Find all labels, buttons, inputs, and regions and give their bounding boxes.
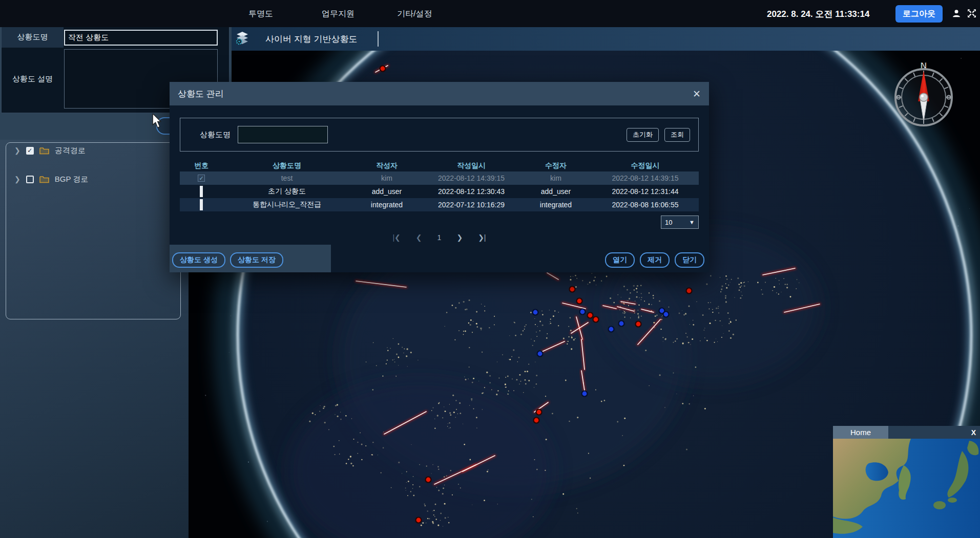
folder-icon bbox=[39, 176, 49, 183]
search-button[interactable]: 조회 bbox=[664, 128, 690, 142]
page-prev-button[interactable]: ❮ bbox=[416, 233, 422, 242]
col-created: 작성일시 bbox=[423, 161, 520, 170]
page-number[interactable]: 1 bbox=[437, 233, 442, 242]
cell-name: 초기 상황도 bbox=[223, 187, 351, 196]
page-next-button[interactable]: ❯ bbox=[456, 233, 463, 242]
cell-name: test bbox=[223, 174, 351, 182]
cell-author: integrated bbox=[351, 201, 423, 209]
checkbox-unchecked-icon[interactable] bbox=[26, 176, 34, 183]
cell-editor: kim bbox=[520, 174, 592, 182]
open-button[interactable]: 열기 bbox=[605, 252, 635, 268]
search-label: 상황도명 bbox=[200, 130, 231, 140]
row-checkbox[interactable] bbox=[200, 186, 203, 197]
row-checkbox[interactable] bbox=[200, 199, 203, 210]
mouse-cursor bbox=[152, 114, 163, 131]
datetime-display: 2022. 8. 24. 오전 11:33:14 bbox=[767, 8, 869, 20]
chevron-right-icon[interactable]: ❯ bbox=[14, 146, 20, 155]
folder-icon bbox=[39, 147, 49, 155]
logout-button[interactable]: 로그아웃 bbox=[895, 5, 943, 23]
nav-item-work-support[interactable]: 업무지원 bbox=[322, 9, 355, 19]
reset-button[interactable]: 초기화 bbox=[627, 128, 659, 142]
minimap-tab[interactable]: Home bbox=[833, 426, 888, 439]
nav-item-etc-settings[interactable]: 기타/설정 bbox=[397, 9, 432, 19]
layers-gear-icon bbox=[235, 31, 250, 47]
top-nav-bar: 투명도 업무지원 기타/설정 2022. 8. 24. 오전 11:33:14 … bbox=[0, 0, 980, 27]
nav-item-transparency[interactable]: 투명도 bbox=[248, 9, 273, 19]
table-row[interactable]: 초기 상황도 add_user 2022-08-12 12:30:43 add_… bbox=[180, 185, 699, 198]
table-row[interactable]: test kim 2022-08-12 14:39:15 kim 2022-08… bbox=[180, 171, 699, 185]
cell-created: 2022-08-12 12:30:43 bbox=[423, 187, 520, 196]
col-modified: 수정일시 bbox=[592, 161, 699, 170]
tree-item-label: 공격경로 bbox=[55, 146, 86, 156]
page-first-button[interactable]: |❮ bbox=[392, 233, 400, 242]
page-size-value: 10 bbox=[665, 219, 672, 226]
divider bbox=[378, 31, 379, 47]
remove-button[interactable]: 제거 bbox=[640, 252, 670, 268]
minimap-close-icon[interactable]: X bbox=[971, 428, 976, 437]
col-name: 상황도명 bbox=[223, 161, 351, 170]
compass-widget[interactable]: N bbox=[888, 59, 960, 134]
row-checkbox-checked[interactable] bbox=[198, 175, 205, 182]
desc-label: 상황도 설명 bbox=[12, 74, 53, 84]
name-label: 상황도명 bbox=[17, 32, 48, 42]
layer-tree-panel bbox=[6, 142, 181, 319]
page-size-select[interactable]: 10 ▼ bbox=[661, 216, 699, 229]
map-mode-title: 사이버 지형 기반상황도 bbox=[265, 33, 357, 45]
desc-label-cell: 상황도 설명 bbox=[2, 49, 64, 109]
cell-editor: integrated bbox=[520, 201, 592, 209]
sub-header-bar: 사이버 지형 기반상황도 bbox=[232, 27, 980, 51]
create-situation-button[interactable]: 상황도 생성 bbox=[172, 252, 225, 268]
fullscreen-icon[interactable] bbox=[967, 9, 976, 20]
checkbox-checked-icon[interactable] bbox=[26, 147, 34, 155]
cell-editor: add_user bbox=[520, 187, 592, 196]
tree-item-bgp-path[interactable]: ❯ BGP 경로 bbox=[14, 173, 88, 185]
cell-created: 2022-08-12 14:39:15 bbox=[423, 174, 520, 182]
user-icon[interactable] bbox=[952, 9, 961, 20]
modal-title: 상황도 관리 bbox=[178, 88, 224, 100]
pagination: |❮ ❮ 1 ❯ ❯| bbox=[180, 233, 699, 242]
overview-minimap[interactable]: Home X bbox=[833, 426, 980, 538]
col-editor: 수정자 bbox=[520, 161, 592, 170]
cell-modified: 2022-08-12 14:39:15 bbox=[592, 174, 699, 182]
search-panel: 상황도명 초기화 조회 bbox=[180, 118, 699, 152]
page-last-button[interactable]: ❯| bbox=[478, 233, 486, 242]
col-author: 작성자 bbox=[351, 161, 423, 170]
cell-modified: 2022-08-12 12:31:44 bbox=[592, 187, 699, 196]
chevron-right-icon[interactable]: ❯ bbox=[14, 175, 20, 183]
table-header-row: 번호 상황도명 작성자 작성일시 수정자 수정일시 bbox=[180, 160, 699, 171]
cell-created: 2022-07-12 10:16:29 bbox=[423, 201, 520, 209]
tree-item-label: BGP 경로 bbox=[55, 175, 89, 184]
situation-table: 번호 상황도명 작성자 작성일시 수정자 수정일시 test kim 2022-… bbox=[180, 160, 699, 211]
situation-name-input[interactable] bbox=[64, 30, 218, 46]
tree-item-attack-path[interactable]: ❯ 공격경로 bbox=[14, 144, 86, 157]
cell-modified: 2022-08-08 16:06:55 bbox=[592, 201, 699, 209]
close-button[interactable]: 닫기 bbox=[675, 252, 704, 268]
table-row[interactable]: 통합시나리오_작전급 integrated 2022-07-12 10:16:2… bbox=[180, 198, 699, 211]
close-icon[interactable]: ✕ bbox=[693, 89, 701, 99]
cell-author: add_user bbox=[351, 187, 423, 196]
situation-management-modal: 상황도 관리 ✕ 상황도명 초기화 조회 번호 상황도명 작성자 작성일시 수정… bbox=[170, 82, 709, 272]
minimap-canvas[interactable] bbox=[833, 439, 980, 538]
cell-author: kim bbox=[351, 174, 423, 182]
col-number: 번호 bbox=[180, 161, 223, 170]
minimap-header: Home X bbox=[833, 426, 980, 439]
name-label-cell: 상황도명 bbox=[2, 26, 64, 48]
situation-search-input[interactable] bbox=[238, 126, 328, 143]
cell-name: 통합시나리오_작전급 bbox=[223, 200, 351, 209]
save-situation-button[interactable]: 상황도 저장 bbox=[230, 252, 283, 268]
chevron-down-icon: ▼ bbox=[689, 219, 695, 225]
